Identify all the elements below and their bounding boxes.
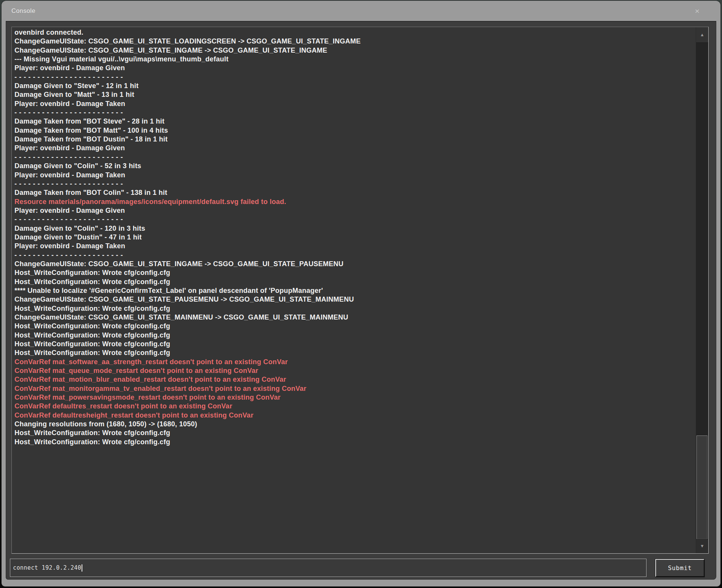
console-window: Console × ovenbird connected.ChangeGameU… — [2, 1, 720, 586]
console-line: Resource materials/panorama/images/icons… — [14, 198, 696, 206]
console-separator-line: ------------------------ — [14, 251, 696, 260]
console-line: Damage Taken from "BOT Matt" - 100 in 4 … — [14, 126, 696, 135]
console-output: ovenbird connected.ChangeGameUIState: CS… — [11, 27, 709, 554]
console-separator-line: ------------------------ — [14, 73, 696, 82]
console-line: Damage Taken from "BOT Steve" - 28 in 1 … — [14, 117, 696, 126]
console-line: Host_WriteConfiguration: Wrote cfg/confi… — [14, 278, 696, 286]
scrollbar-thumb[interactable] — [696, 435, 708, 539]
console-separator-line: ------------------------ — [14, 108, 696, 117]
command-input-value: connect 192.0.2.240 — [13, 564, 81, 571]
console-line: ConVarRef mat_queue_mode_restart doesn't… — [14, 366, 696, 375]
console-line: Host_WriteConfiguration: Wrote cfg/confi… — [14, 349, 696, 357]
console-line: ConVarRef mat_monitorgamma_tv_enabled_re… — [14, 384, 696, 393]
console-line: Damage Given to "Colin" - 52 in 3 hits — [14, 162, 696, 170]
console-line: ChangeGameUIState: CSGO_GAME_UI_STATE_LO… — [14, 37, 696, 46]
console-line: ChangeGameUIState: CSGO_GAME_UI_STATE_MA… — [14, 313, 696, 322]
console-line: Damage Taken from "BOT Dustin" - 18 in 1… — [14, 135, 696, 144]
console-line: ChangeGameUIState: CSGO_GAME_UI_STATE_IN… — [14, 46, 696, 55]
console-line: Damage Given to "Dustin" - 47 in 1 hit — [14, 233, 696, 242]
console-separator-line: ------------------------ — [14, 180, 696, 188]
console-line: Damage Given to "Colin" - 120 in 3 hits — [14, 224, 696, 233]
console-line: ChangeGameUIState: CSGO_GAME_UI_STATE_IN… — [14, 260, 696, 268]
console-line: Player: ovenbird - Damage Taken — [14, 171, 696, 180]
scrollbar[interactable]: ▲ ▼ — [696, 27, 708, 553]
console-line: Player: ovenbird - Damage Taken — [14, 242, 696, 251]
console-line: Host_WriteConfiguration: Wrote cfg/confi… — [14, 268, 696, 277]
console-line: Host_WriteConfiguration: Wrote cfg/confi… — [14, 340, 696, 349]
submit-button[interactable]: Submit — [655, 559, 704, 577]
console-line: Player: ovenbird - Damage Given — [14, 206, 696, 215]
console-line: Host_WriteConfiguration: Wrote cfg/confi… — [14, 438, 696, 447]
console-line: ConVarRef mat_motion_blur_enabled_restar… — [14, 375, 696, 384]
scroll-up-icon[interactable]: ▲ — [696, 27, 708, 43]
console-line: Damage Taken from "BOT Colin" - 138 in 1… — [14, 188, 696, 197]
window-title: Console — [11, 8, 35, 14]
text-cursor — [82, 564, 82, 572]
console-line: ConVarRef defaultres_restart doesn't poi… — [14, 402, 696, 411]
close-icon[interactable]: × — [692, 6, 702, 16]
console-line: ChangeGameUIState: CSGO_GAME_UI_STATE_PA… — [14, 295, 696, 304]
console-line: Host_WriteConfiguration: Wrote cfg/confi… — [14, 331, 696, 340]
scroll-down-icon[interactable]: ▼ — [696, 539, 708, 553]
console-output-text: ovenbird connected.ChangeGameUIState: CS… — [12, 27, 696, 553]
console-line: Player: ovenbird - Damage Taken — [14, 100, 696, 108]
console-separator-line: ------------------------ — [14, 153, 696, 162]
console-line: **** Unable to localize '#GenericConfirm… — [14, 286, 696, 295]
console-line: --- Missing Vgui material vgui/..\vgui\m… — [14, 55, 696, 64]
command-input[interactable]: connect 192.0.2.240 — [10, 559, 647, 577]
console-line: Player: ovenbird - Damage Given — [14, 64, 696, 72]
console-line: ConVarRef mat_powersavingsmode_restart d… — [14, 393, 696, 402]
console-line: Host_WriteConfiguration: Wrote cfg/confi… — [14, 322, 696, 331]
console-separator-line: ------------------------ — [14, 215, 696, 224]
console-line: Damage Given to "Steve" - 12 in 1 hit — [14, 82, 696, 90]
console-line: ConVarRef mat_software_aa_strength_resta… — [14, 358, 696, 366]
console-line: ConVarRef defaultresheight_restart doesn… — [14, 411, 696, 420]
console-line: Changing resolutions from (1680, 1050) -… — [14, 420, 696, 429]
console-line: Damage Given to "Matt" - 13 in 1 hit — [14, 90, 696, 99]
console-line: Player: ovenbird - Damage Given — [14, 144, 696, 153]
console-line: Host_WriteConfiguration: Wrote cfg/confi… — [14, 304, 696, 313]
console-line: ovenbird connected. — [14, 28, 696, 37]
window-content: ovenbird connected.ChangeGameUIState: CS… — [6, 21, 716, 580]
titlebar[interactable]: Console × — [2, 1, 720, 21]
console-line: Host_WriteConfiguration: Wrote cfg/confi… — [14, 429, 696, 437]
